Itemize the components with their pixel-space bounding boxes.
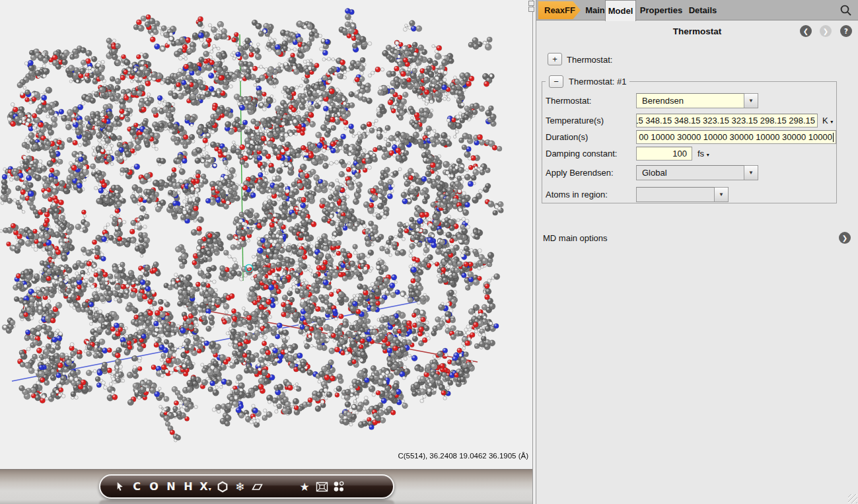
toolbar-reflection bbox=[99, 500, 394, 504]
favorites-star-icon[interactable]: ★ bbox=[296, 477, 313, 497]
application-window: C(5514), 36.2408 19.0462 36.1905 (Å) C O… bbox=[0, 0, 858, 504]
pointer-tool-icon[interactable] bbox=[111, 477, 128, 497]
group-legend-label: Thermostat: #1 bbox=[569, 77, 626, 87]
tab-properties[interactable]: Properties bbox=[639, 0, 683, 20]
damping-input[interactable]: 100 bbox=[636, 147, 692, 161]
temperatures-input[interactable]: 15 348.15 348.15 323.15 323.15 298.15 29… bbox=[636, 114, 818, 127]
atoms-in-region-label: Atoms in region: bbox=[546, 190, 608, 199]
atom-status-line: C(5514), 36.2408 19.0462 36.1905 (Å) bbox=[398, 452, 528, 460]
element-hydrogen-button[interactable]: H bbox=[180, 477, 197, 497]
element-nitrogen-button[interactable]: N bbox=[162, 477, 180, 497]
tab-reaxff[interactable]: ReaxFF bbox=[538, 1, 581, 19]
tab-details[interactable]: Details bbox=[687, 0, 719, 20]
chevron-down-icon: ▾ bbox=[209, 486, 211, 492]
md-main-options-label: MD main options bbox=[543, 233, 608, 243]
tab-model[interactable]: Model bbox=[605, 0, 636, 21]
thermostat-1-group: − Thermostat: #1 Thermostat: Berendsen ▼… bbox=[542, 75, 837, 203]
thermostat-label: Thermostat: bbox=[546, 96, 591, 106]
freeze-tool-icon[interactable]: ❄ bbox=[231, 477, 248, 497]
thermostat-select[interactable]: Berendsen bbox=[636, 93, 744, 108]
tab-bar: ReaxFF Main Model Properties Details bbox=[536, 0, 858, 20]
durations-label: Duration(s) bbox=[546, 132, 588, 142]
atoms-in-region-select[interactable] bbox=[636, 187, 715, 202]
element-x-label: X bbox=[199, 480, 207, 493]
temperature-unit-dropdown[interactable]: K ▾ bbox=[822, 116, 833, 126]
atoms-dots-icon[interactable] bbox=[330, 477, 347, 497]
damping-unit-dropdown[interactable]: fs ▾ bbox=[697, 149, 709, 159]
atoms-in-region-select-arrow[interactable]: ▼ bbox=[715, 187, 729, 202]
element-x-dropdown[interactable]: X ▾ bbox=[197, 477, 214, 497]
plane-tool-icon[interactable] bbox=[248, 477, 266, 497]
ring-tool-icon[interactable] bbox=[214, 477, 231, 497]
apply-berendsen-label: Apply Berendsen: bbox=[546, 168, 614, 178]
perspective-box-icon[interactable] bbox=[313, 477, 330, 497]
thermostat-select-arrow[interactable]: ▼ bbox=[744, 93, 758, 108]
apply-berendsen-select[interactable]: Global bbox=[636, 165, 744, 180]
molecule-3d-canvas[interactable] bbox=[0, 0, 532, 469]
element-toolbar: C O N H X ▾ ❄ ★ bbox=[99, 474, 394, 499]
damping-label: Damping constant: bbox=[546, 149, 617, 159]
text-caret bbox=[833, 133, 834, 142]
group-legend: − Thermostat: #1 bbox=[546, 75, 629, 88]
add-thermostat-button[interactable]: + bbox=[548, 53, 562, 65]
splitter-handle-bottom[interactable] bbox=[528, 7, 534, 12]
element-carbon-button[interactable]: C bbox=[128, 477, 145, 497]
viewport-bottom-bar: C O N H X ▾ ❄ ★ bbox=[0, 469, 532, 504]
help-button[interactable]: ? bbox=[840, 25, 852, 37]
md-main-options-button[interactable]: ❯ bbox=[839, 232, 851, 244]
nav-forward-button[interactable]: ❯ bbox=[820, 25, 832, 37]
element-oxygen-button[interactable]: O bbox=[145, 477, 162, 497]
temperatures-label: Temperature(s) bbox=[546, 116, 604, 126]
molecule-viewport: C(5514), 36.2408 19.0462 36.1905 (Å) bbox=[0, 0, 532, 469]
search-icon[interactable] bbox=[840, 4, 853, 17]
settings-panel: ReaxFF Main Model Properties Details The… bbox=[536, 0, 858, 504]
durations-value: 00 10000 30000 10000 30000 10000 30000 1… bbox=[639, 132, 832, 142]
apply-berendsen-select-arrow[interactable]: ▼ bbox=[744, 165, 758, 180]
thermostat-add-label: Thermostat: bbox=[567, 55, 612, 65]
splitter-handle-top[interactable] bbox=[528, 1, 534, 6]
durations-input[interactable]: 00 10000 30000 10000 30000 10000 30000 1… bbox=[636, 130, 836, 144]
nav-back-button[interactable]: ❮ bbox=[800, 25, 812, 37]
resize-grip[interactable] bbox=[848, 494, 857, 503]
collapse-thermostat-button[interactable]: − bbox=[549, 75, 563, 88]
